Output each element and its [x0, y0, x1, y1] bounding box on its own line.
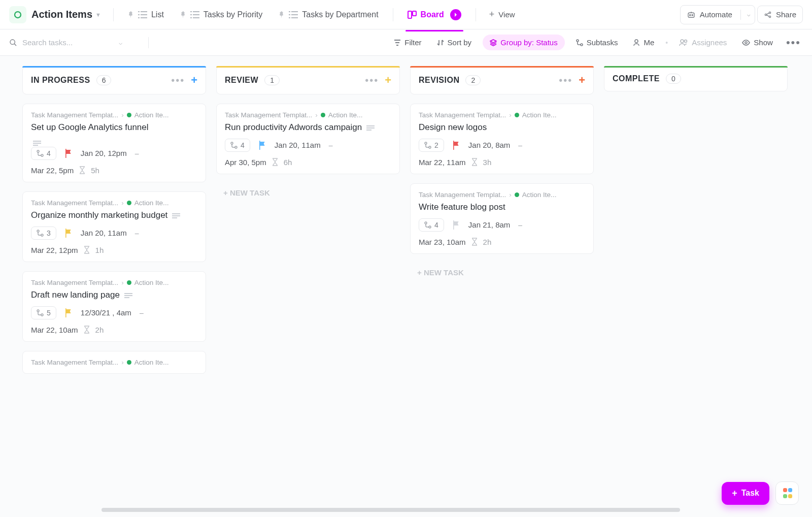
column-header[interactable]: COMPLETE 0 — [604, 66, 788, 91]
chevron-down-icon[interactable]: ⌵ — [119, 39, 122, 46]
svg-point-36 — [37, 230, 39, 232]
assignees-button[interactable]: Assignees — [675, 35, 731, 50]
subtask-count[interactable]: 4 — [225, 139, 250, 152]
due-date[interactable]: Mar 22, 10am — [31, 326, 78, 334]
new-task-button[interactable]: + NEW TASK — [216, 183, 400, 202]
svg-rect-5 — [138, 17, 140, 18]
start-date[interactable]: Jan 20, 11am — [81, 229, 127, 237]
fab-task-label: Task — [741, 489, 759, 498]
board-next-icon[interactable] — [450, 9, 461, 20]
hourglass-icon — [79, 166, 86, 174]
view-tab-label: Board — [421, 10, 444, 19]
svg-point-28 — [577, 40, 579, 42]
breadcrumb[interactable]: Task Management Templat... › Action Ite.… — [31, 199, 197, 207]
column-add-button[interactable]: + — [191, 74, 197, 87]
breadcrumb[interactable]: Task Management Templat... › Action Ite.… — [31, 359, 197, 366]
column-header[interactable]: REVIEW 1 ••• + — [216, 66, 400, 94]
task-card[interactable]: Task Management Templat... › Action Ite.… — [410, 104, 594, 174]
view-tab-label: List — [151, 10, 164, 19]
group-button[interactable]: Group by: Status — [483, 35, 565, 50]
task-card-partial[interactable]: Task Management Templat... › Action Ite.… — [22, 351, 206, 374]
task-meta-row2: Mar 22, 5pm 5h — [31, 166, 197, 175]
start-date[interactable]: Jan 20, 11am — [275, 141, 321, 149]
status-dot-icon — [321, 113, 325, 117]
pin-icon — [279, 11, 285, 18]
svg-point-43 — [429, 146, 431, 148]
status-dot-icon — [127, 113, 131, 117]
subtasks-icon — [424, 142, 431, 149]
due-date[interactable]: Mar 23, 10am — [419, 238, 466, 246]
column-count: 0 — [666, 74, 681, 84]
subtasks-button[interactable]: Subtasks — [572, 35, 622, 50]
breadcrumb[interactable]: Task Management Templat... › Action Ite.… — [419, 191, 585, 199]
column-title: IN PROGRESS — [31, 76, 90, 85]
subtask-count[interactable]: 3 — [31, 227, 56, 240]
svg-point-0 — [15, 12, 21, 18]
view-tab-board[interactable]: Board — [400, 5, 468, 24]
column-more-button[interactable]: ••• — [559, 75, 572, 86]
column-title: COMPLETE — [613, 74, 660, 83]
subtask-count[interactable]: 2 — [419, 139, 444, 152]
sort-button[interactable]: Sort by — [433, 35, 476, 50]
subtask-count[interactable]: 5 — [31, 306, 56, 319]
chevron-right-icon — [453, 12, 459, 18]
pin-icon — [180, 11, 186, 18]
task-card[interactable]: Task Management Templat... › Action Ite.… — [216, 104, 400, 174]
separator — [476, 8, 476, 21]
new-task-fab[interactable]: + Task — [722, 482, 769, 505]
task-card[interactable]: Task Management Templat... › Action Ite.… — [410, 183, 594, 254]
status-dot-icon — [127, 201, 131, 205]
svg-rect-15 — [289, 14, 290, 15]
task-meta-row2: Mar 22, 11am 3h — [419, 158, 585, 167]
svg-point-31 — [681, 40, 684, 43]
show-button[interactable]: Show — [738, 35, 777, 50]
column-add-button[interactable]: + — [385, 74, 391, 87]
due-date[interactable]: Mar 22, 12pm — [31, 246, 78, 254]
task-meta-row2: Mar 22, 12pm 1h — [31, 246, 197, 254]
due-date[interactable]: Mar 22, 5pm — [31, 166, 74, 175]
search-wrap[interactable]: ⌵ — [9, 38, 141, 47]
page-title[interactable]: Action Items ▼ — [31, 9, 106, 20]
crumb-list: Action Ite... — [134, 359, 169, 366]
column-add-button[interactable]: + — [579, 74, 585, 87]
start-date[interactable]: Jan 21, 8am — [468, 220, 511, 229]
task-card[interactable]: Task Management Templat... › Action Ite.… — [22, 104, 206, 182]
breadcrumb[interactable]: Task Management Templat... › Action Ite.… — [225, 111, 391, 119]
view-tab-list[interactable]: List — [121, 6, 171, 23]
crumb-folder: Task Management Templat... — [31, 199, 118, 207]
view-tab-department[interactable]: Tasks by Department — [272, 6, 385, 23]
svg-point-32 — [685, 40, 687, 42]
breadcrumb[interactable]: Task Management Templat... › Action Ite.… — [31, 279, 197, 286]
dash-icon: – — [135, 149, 139, 157]
me-button[interactable]: Me — [629, 35, 658, 50]
task-card[interactable]: Task Management Templat... › Action Ite.… — [22, 271, 206, 342]
column-more-button[interactable]: ••• — [171, 75, 185, 86]
filter-icon — [394, 40, 401, 46]
task-card[interactable]: Task Management Templat... › Action Ite.… — [22, 191, 206, 262]
dash-icon: – — [329, 141, 333, 149]
view-tab-priority[interactable]: Tasks by Priority — [173, 6, 269, 23]
filter-button[interactable]: Filter — [390, 35, 425, 50]
subtask-count[interactable]: 4 — [419, 218, 444, 232]
subtask-count[interactable]: 4 — [31, 147, 56, 160]
breadcrumb[interactable]: Task Management Templat... › Action Ite.… — [31, 111, 197, 119]
due-date[interactable]: Mar 22, 11am — [419, 158, 466, 167]
breadcrumb[interactable]: Task Management Templat... › Action Ite.… — [419, 111, 585, 119]
start-date[interactable]: Jan 20, 12pm — [81, 149, 127, 157]
horizontal-scrollbar[interactable] — [101, 508, 680, 512]
column-header[interactable]: REVISION 2 ••• + — [410, 66, 594, 94]
start-date[interactable]: Jan 20, 8am — [468, 141, 511, 149]
start-date[interactable]: 12/30/21 , 4am — [81, 308, 131, 317]
automate-button[interactable]: Automate ⌵ — [680, 5, 755, 24]
search-input[interactable] — [22, 38, 114, 47]
due-date[interactable]: Apr 30, 5pm — [225, 158, 266, 167]
new-task-button[interactable]: + NEW TASK — [410, 263, 594, 282]
apps-fab[interactable] — [775, 481, 799, 505]
more-options-button[interactable]: ••• — [784, 36, 803, 49]
add-view-button[interactable]: + View — [483, 5, 521, 24]
share-button[interactable]: Share — [757, 6, 803, 23]
column-more-button[interactable]: ••• — [365, 75, 379, 86]
automate-label: Automate — [700, 10, 732, 19]
list-icon-badge[interactable] — [9, 6, 26, 23]
column-header[interactable]: IN PROGRESS 6 ••• + — [22, 66, 206, 94]
